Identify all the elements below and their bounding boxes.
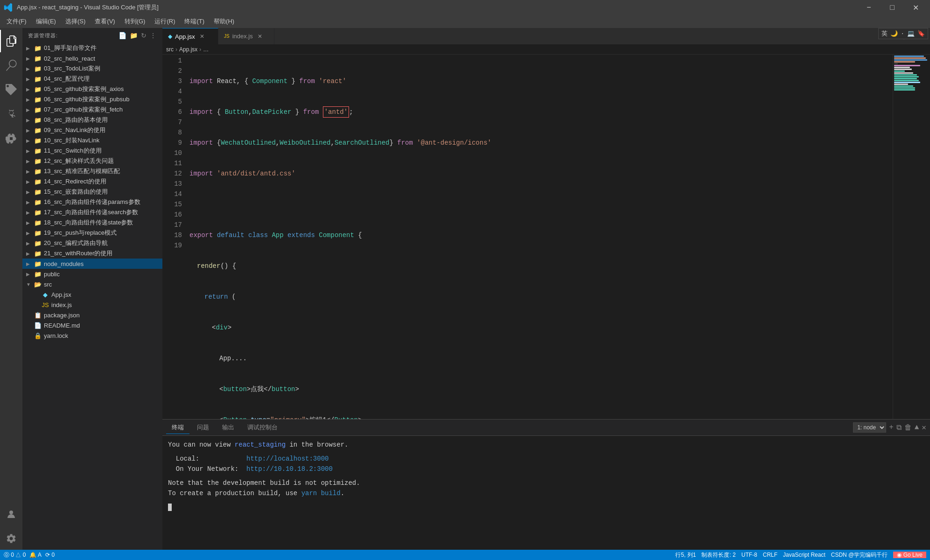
status-line-ending[interactable]: CRLF xyxy=(763,552,777,558)
status-go-live[interactable]: ◉ Go Live xyxy=(893,552,926,558)
sidebar-item-yarnlock[interactable]: 🔒 yarn.lock xyxy=(22,330,162,341)
theme-icon[interactable]: 🌙 xyxy=(890,30,898,37)
sidebar-item-20[interactable]: ▶ 📁 20_src_编程式路由导航 xyxy=(22,238,162,248)
tab-close-button[interactable]: ✕ xyxy=(258,33,262,40)
title-controls[interactable]: − □ ✕ xyxy=(858,0,926,15)
code-line-4: import 'antd/dist/antd.css' xyxy=(189,168,893,179)
new-terminal-button[interactable]: + xyxy=(889,423,894,432)
sidebar-item-07[interactable]: ▶ 📁 07_src_github搜索案例_fetch xyxy=(22,105,162,115)
arrow-icon: ▶ xyxy=(26,231,34,236)
sidebar-item-04[interactable]: ▶ 📁 04_src_配置代理 xyxy=(22,74,162,84)
status-notifications[interactable]: CSDN @学完编码千行 xyxy=(831,551,888,559)
arrow-icon: ▶ xyxy=(26,272,34,277)
terminal-selector[interactable]: 1: node xyxy=(853,422,886,433)
menu-view[interactable]: 查看(V) xyxy=(90,15,119,28)
collapse-all-icon[interactable]: ⋮ xyxy=(150,32,157,39)
sidebar-item-public[interactable]: ▶ 📁 public xyxy=(22,269,162,279)
tab-indexjs[interactable]: JS index.js ✕ xyxy=(218,28,274,44)
screen-icon[interactable]: 💻 xyxy=(907,30,915,37)
folder-icon: 📁 xyxy=(34,270,42,278)
activity-extensions[interactable] xyxy=(0,127,22,149)
breadcrumb-src[interactable]: src xyxy=(166,46,174,53)
delete-terminal-button[interactable]: 🗑 xyxy=(904,423,912,432)
status-encoding[interactable]: UTF-8 xyxy=(741,552,757,558)
sidebar-item-15[interactable]: ▶ 📁 15_src_嵌套路由的使用 xyxy=(22,187,162,197)
sidebar-item-12[interactable]: ▶ 📁 12_src_解决样式丢失问题 xyxy=(22,156,162,166)
menu-select[interactable]: 选择(S) xyxy=(61,15,90,28)
item-label: 06_src_github搜索案例_pubsub xyxy=(44,95,130,104)
terminal-tab-problems[interactable]: 问题 xyxy=(191,421,215,434)
code-editor[interactable]: 1 2 3 4 5 6 7 8 9 10 11 12 13 14 15 16 1 xyxy=(162,55,930,419)
menu-run[interactable]: 运行(R) xyxy=(150,15,180,28)
sidebar-item-packagejson[interactable]: 📋 package.json xyxy=(22,310,162,320)
status-position[interactable]: 行5, 列1 xyxy=(675,551,696,559)
item-label: 12_src_解决样式丢失问题 xyxy=(44,157,114,165)
sidebar-item-14[interactable]: ▶ 📁 14_src_Redirect的使用 xyxy=(22,176,162,187)
status-branch[interactable]: ⓪ 0 △ 0 xyxy=(4,551,26,559)
sidebar-item-16[interactable]: ▶ 📁 16_src_向路由组件传递params参数 xyxy=(22,197,162,207)
sidebar-item-21[interactable]: ▶ 📁 21_src_withRouter的使用 xyxy=(22,248,162,259)
menu-edit[interactable]: 编辑(E) xyxy=(31,15,61,28)
terminal-controls: 1: node + ⧉ 🗑 ▲ ✕ xyxy=(853,422,926,433)
menu-file[interactable]: 文件(F) xyxy=(2,15,31,28)
code-content[interactable]: import React, { Component } from 'react'… xyxy=(186,55,893,419)
activity-git[interactable] xyxy=(0,78,22,101)
sidebar-item-01[interactable]: ▶ 📁 01_脚手架自带文件 xyxy=(22,43,162,53)
breadcrumb-file[interactable]: App.jsx xyxy=(179,46,197,53)
sidebar-item-19[interactable]: ▶ 📁 19_src_push与replace模式 xyxy=(22,228,162,238)
sidebar-item-appjsx[interactable]: ◆ App.jsx xyxy=(22,289,162,300)
arrow-icon: ▶ xyxy=(26,138,34,143)
split-terminal-button[interactable]: ⧉ xyxy=(896,423,902,432)
terminal-tab-output[interactable]: 输出 xyxy=(217,421,240,434)
activity-search[interactable] xyxy=(0,54,22,77)
tab-label: App.jsx xyxy=(175,33,195,40)
code-line-6: export default class App extends Compone… xyxy=(189,230,893,240)
maximize-button[interactable]: □ xyxy=(881,0,903,15)
sidebar-item-09[interactable]: ▶ 📁 09_src_NavLink的使用 xyxy=(22,125,162,135)
activity-settings[interactable] xyxy=(0,527,22,550)
sidebar-item-readme[interactable]: 📄 README.md xyxy=(22,320,162,330)
new-file-icon[interactable]: 📄 xyxy=(119,32,127,39)
activity-explorer[interactable] xyxy=(0,30,22,52)
status-language[interactable]: JavaScript React xyxy=(783,552,825,558)
sidebar-item-03[interactable]: ▶ 📁 03_src_TodoList案例 xyxy=(22,63,162,74)
menu-terminal[interactable]: 终端(T) xyxy=(180,15,209,28)
sidebar-item-11[interactable]: ▶ 📁 11_src_Switch的使用 xyxy=(22,146,162,156)
status-sync[interactable]: ⟳ 0 xyxy=(45,552,55,558)
sidebar-item-13[interactable]: ▶ 📁 13_src_精准匹配与模糊匹配 xyxy=(22,166,162,176)
status-indent[interactable]: 制表符长度: 2 xyxy=(701,551,735,559)
tab-appjsx[interactable]: ◆ App.jsx ✕ xyxy=(162,28,218,44)
item-label: 04_src_配置代理 xyxy=(44,75,90,83)
sidebar-item-06[interactable]: ▶ 📁 06_src_github搜索案例_pubsub xyxy=(22,94,162,105)
sidebar-item-18[interactable]: ▶ 📁 18_src_向路由组件传递state参数 xyxy=(22,217,162,228)
item-label: 13_src_精准匹配与模糊匹配 xyxy=(44,167,120,175)
tab-close-button[interactable]: ✕ xyxy=(200,33,204,40)
maximize-terminal-button[interactable]: ▲ xyxy=(915,423,919,432)
ime-icon[interactable]: 英 xyxy=(881,29,888,38)
refresh-icon[interactable]: ↻ xyxy=(141,32,147,39)
terminal-tab-debug[interactable]: 调试控制台 xyxy=(242,421,283,434)
sidebar-item-10[interactable]: ▶ 📁 10_src_封装NavLink xyxy=(22,135,162,146)
folder-icon: 📁 xyxy=(34,208,42,217)
status-remote[interactable]: 🔔 A xyxy=(29,552,42,558)
activity-account[interactable] xyxy=(0,503,22,525)
sidebar-item-src[interactable]: ▼ 📂 src xyxy=(22,279,162,289)
sidebar-item-indexjs[interactable]: JS index.js xyxy=(22,300,162,310)
terminal-tab-terminal[interactable]: 终端 xyxy=(166,421,189,434)
breadcrumb-symbol[interactable]: … xyxy=(203,46,209,53)
close-button[interactable]: ✕ xyxy=(905,0,926,15)
code-line-5 xyxy=(189,199,893,210)
minimize-button[interactable]: − xyxy=(858,0,880,15)
sidebar-item-05[interactable]: ▶ 📁 05_src_github搜索案例_axios xyxy=(22,84,162,94)
close-terminal-button[interactable]: ✕ xyxy=(922,423,926,432)
sidebar-item-17[interactable]: ▶ 📁 17_src_向路由组件传递search参数 xyxy=(22,207,162,217)
item-label: 18_src_向路由组件传递state参数 xyxy=(44,218,133,227)
sidebar-item-08[interactable]: ▶ 📁 08_src_路由的基本使用 xyxy=(22,115,162,125)
activity-debug[interactable] xyxy=(0,103,22,125)
menu-goto[interactable]: 转到(G) xyxy=(120,15,150,28)
new-folder-icon[interactable]: 📁 xyxy=(130,32,138,39)
bookmark-icon[interactable]: 🔖 xyxy=(917,30,925,37)
sidebar-item-02[interactable]: ▶ 📁 02_src_hello_react xyxy=(22,53,162,63)
sidebar-item-node-modules[interactable]: ▶ 📁 node_modules xyxy=(22,259,162,269)
menu-help[interactable]: 帮助(H) xyxy=(209,15,239,28)
